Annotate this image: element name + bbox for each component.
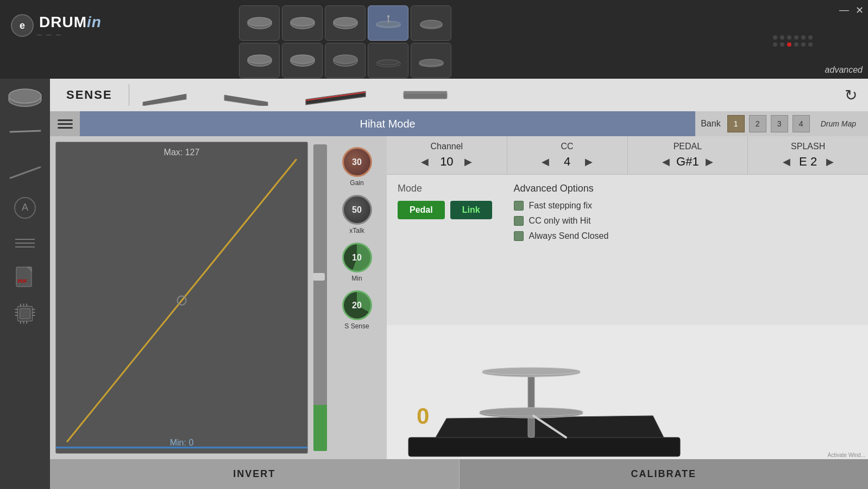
- led-10: [794, 42, 798, 47]
- svg-line-49: [67, 159, 297, 442]
- always-send-label: Always Send Closed: [529, 231, 609, 241]
- drum-pad-9[interactable]: [368, 43, 408, 78]
- activate-watermark: Activate Wind...: [828, 452, 865, 458]
- cc-next[interactable]: ▶: [585, 156, 593, 168]
- sidebar-item-slash[interactable]: [8, 160, 43, 185]
- gain-knob-container: 30 Gain: [342, 147, 372, 187]
- invert-button[interactable]: INVERT: [50, 459, 459, 489]
- drum-pad-5[interactable]: [411, 5, 451, 41]
- svg-point-9: [387, 15, 389, 17]
- led-grid: [773, 35, 814, 48]
- logo-text: DRUMin: [39, 14, 102, 31]
- led-7: [773, 42, 777, 47]
- drum-pad-1[interactable]: [239, 5, 280, 41]
- cc-cell: CC ◀ 4 ▶: [507, 136, 628, 174]
- svg-rect-32: [20, 308, 30, 319]
- led-2: [780, 35, 784, 40]
- pedal-value: G#1: [674, 155, 701, 169]
- pad-shape-1[interactable]: [140, 84, 189, 106]
- cc-prev[interactable]: ◀: [542, 156, 549, 168]
- pad-shape-4[interactable]: [401, 87, 450, 103]
- svg-point-3: [291, 17, 315, 26]
- pedal-next[interactable]: ▶: [706, 156, 713, 168]
- fast-stepping-label: Fast stepping fix: [529, 201, 593, 211]
- drum-map-label[interactable]: Drum Map: [814, 119, 863, 128]
- svg-point-17: [334, 55, 357, 63]
- cc-value: 4: [553, 155, 581, 169]
- pad-shapes: [129, 84, 845, 106]
- splash-cell: SPLASH ◀ E 2 ▶: [748, 136, 868, 174]
- drum-pad-4[interactable]: [368, 5, 408, 41]
- minimize-button[interactable]: —: [839, 4, 849, 16]
- svg-point-15: [291, 55, 315, 63]
- hihat-pedal-svg: [403, 361, 685, 459]
- mode-title: Mode: [398, 183, 492, 194]
- svg-rect-53: [528, 372, 534, 437]
- drum-pad-6[interactable]: [239, 43, 280, 78]
- calibrate-button[interactable]: CALIBRATE: [459, 459, 869, 489]
- xtalk-label: xTalk: [349, 227, 364, 234]
- sidebar-item-A[interactable]: A: [8, 195, 43, 220]
- always-send-checkbox[interactable]: [514, 231, 524, 241]
- ssense-knob-container: 20 S Sense: [342, 290, 372, 330]
- close-button[interactable]: ✕: [856, 4, 864, 16]
- mode-pedal-button[interactable]: Pedal: [398, 201, 445, 219]
- channel-next[interactable]: ▶: [464, 156, 472, 168]
- drum-pads-grid: [239, 5, 451, 78]
- gain-knob[interactable]: 30: [342, 147, 372, 177]
- led-6: [808, 35, 813, 40]
- sidebar-item-pdf[interactable]: PDF: [8, 266, 43, 290]
- svg-point-11: [420, 20, 442, 28]
- ssense-knob[interactable]: 20: [342, 290, 372, 320]
- window-controls: — ✕: [839, 4, 864, 16]
- hihat-visual: 0 Activate: [387, 325, 868, 459]
- bank-button-4[interactable]: 4: [792, 115, 810, 132]
- splash-next[interactable]: ▶: [826, 156, 834, 168]
- sidebar-item-lines[interactable]: [8, 231, 43, 255]
- svg-rect-51: [408, 437, 680, 456]
- drum-pad-2[interactable]: [282, 5, 323, 41]
- drum-pad-7[interactable]: [282, 43, 323, 78]
- mode-section: Mode Pedal Link: [398, 183, 492, 317]
- fast-stepping-checkbox[interactable]: [514, 201, 524, 211]
- slider-thumb[interactable]: [313, 273, 325, 281]
- logo-area: e DRUMin — — —: [11, 14, 102, 37]
- channel-prev[interactable]: ◀: [421, 156, 429, 168]
- pad-shape-3[interactable]: [303, 84, 368, 106]
- led-9: [787, 42, 791, 47]
- svg-point-5: [334, 17, 357, 26]
- drum-pad-8[interactable]: [325, 43, 366, 78]
- led-1: [773, 35, 777, 40]
- min-knob[interactable]: 10: [342, 243, 372, 272]
- vertical-slider[interactable]: [313, 144, 327, 451]
- bank-button-1[interactable]: 1: [727, 115, 745, 132]
- refresh-button[interactable]: ↻: [845, 86, 857, 104]
- splash-prev[interactable]: ◀: [783, 156, 790, 168]
- advanced-label: advanced: [825, 65, 863, 75]
- led-3: [787, 35, 791, 40]
- sidebar-item-chip[interactable]: [8, 301, 43, 326]
- led-5: [801, 35, 806, 40]
- pad-shape-2[interactable]: [222, 84, 271, 106]
- drum-pad-10[interactable]: [411, 43, 451, 78]
- menu-line-3: [58, 127, 73, 129]
- bank-button-2[interactable]: 2: [749, 115, 766, 132]
- content-area: Max: 127 Min: 0: [50, 136, 868, 459]
- cc-only-label: CC only with Hit: [529, 216, 591, 226]
- channel-cell: Channel ◀ 10 ▶: [387, 136, 507, 174]
- min-label: Min: [351, 275, 362, 282]
- drum-pad-3[interactable]: [325, 5, 366, 41]
- svg-point-21: [419, 59, 443, 66]
- mode-link-button[interactable]: Link: [450, 201, 492, 219]
- xtalk-knob[interactable]: 50: [342, 195, 372, 225]
- bank-button-3[interactable]: 3: [771, 115, 788, 132]
- sidebar-item-stick[interactable]: [8, 119, 43, 144]
- svg-point-23: [9, 89, 41, 103]
- pedal-prev[interactable]: ◀: [662, 156, 670, 168]
- cc-label: CC: [561, 142, 574, 151]
- cc-only-checkbox[interactable]: [514, 216, 524, 226]
- sidebar-item-drum[interactable]: [8, 84, 43, 109]
- mode-options-area: Mode Pedal Link Advanced Options Fast st…: [387, 175, 868, 325]
- title-bar: e DRUMin — — —: [0, 0, 868, 79]
- menu-button[interactable]: [50, 111, 80, 136]
